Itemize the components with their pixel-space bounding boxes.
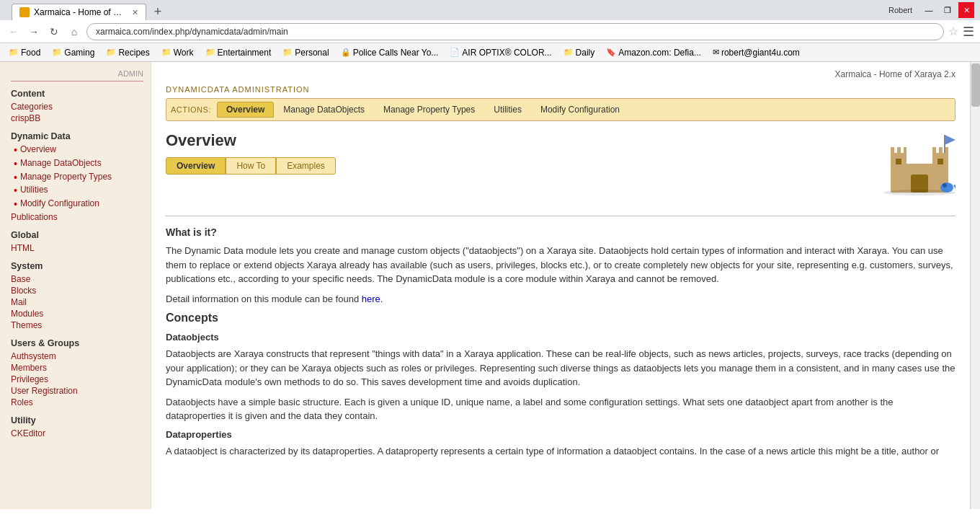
sidebar-bullet-manage-dataobjects[interactable]: • Manage DataObjects [11,157,143,171]
content-divider-1 [166,216,956,216]
sidebar-link-manage-property-types[interactable]: Manage Property Types [20,172,112,182]
minimize-button[interactable]: — [921,2,937,18]
svg-rect-7 [932,147,936,154]
browser-menu-button[interactable]: ☰ [963,24,974,40]
action-tab-manage-dataobjects[interactable]: Manage DataObjects [274,102,374,118]
page-title: Overview [166,131,336,150]
sidebar-link-modify-config[interactable]: Modify Configuration [20,198,99,208]
dataobjects-paragraph-1: Dataobjects are Xaraya constructs that r… [166,347,956,389]
svg-rect-13 [937,159,943,164]
sidebar-section-dynamicdata: Dynamic Data [11,131,143,141]
bookmark-star-button[interactable]: ☆ [948,25,958,38]
svg-marker-16 [953,183,956,189]
scrollbar-thumb[interactable] [971,63,980,107]
sidebar-link-privileges[interactable]: Privileges [11,374,143,385]
sidebar-link-members[interactable]: Members [11,362,143,374]
tab-title: Xarmaica - Home of Xara [34,7,128,17]
sidebar-link-modules[interactable]: Modules [11,308,143,319]
bookmark-recipes[interactable]: 📁Recipes [102,46,153,59]
tab-close-button[interactable]: ✕ [132,8,138,17]
dataobjects-paragraph-2: Dataobjects have a simple basic structur… [166,395,956,423]
scrollbar-track[interactable] [970,62,980,509]
sidebar-link-blocks[interactable]: Blocks [11,285,143,296]
action-tab-modify-config[interactable]: Modify Configuration [531,102,629,118]
dataproperties-heading: Dataproperties [166,429,956,440]
sidebar-link-html[interactable]: HTML [11,242,143,254]
sidebar-section-content: Content [11,89,143,99]
sub-tabs: Overview How To Examples [166,157,336,175]
sidebar-section-users-groups: Users & Groups [11,338,143,348]
browser-tab[interactable]: Xarmaica - Home of Xara ✕ [12,4,146,20]
sidebar-link-roles[interactable]: Roles [11,397,143,408]
sidebar-link-categories[interactable]: Categories [11,101,143,112]
svg-point-15 [940,182,953,193]
sub-tab-how-to[interactable]: How To [226,157,276,175]
sidebar-bullet-modify-config[interactable]: • Modify Configuration [11,198,143,211]
action-tab-manage-property-types[interactable]: Manage Property Types [374,102,484,118]
refresh-button[interactable]: ↻ [46,24,62,40]
page-header-right: Xarmaica - Home of Xaraya 2.x [166,69,956,79]
sidebar-link-ckeditor[interactable]: CKEditor [11,428,143,439]
actions-bar: ACTIONS: Overview Manage DataObjects Man… [166,98,956,121]
sidebar-link-manage-dataobjects[interactable]: Manage DataObjects [20,158,102,168]
sidebar-link-user-registration[interactable]: User Registration [11,385,143,397]
bookmark-food[interactable]: 📁Food [4,46,45,59]
sidebar-admin-label: ADMIN [11,69,143,81]
sidebar-link-authsystem[interactable]: Authsystem [11,350,143,362]
sidebar-bullet-manage-property-types[interactable]: • Manage Property Types [11,171,143,185]
sidebar-link-publications[interactable]: Publications [11,211,143,223]
bookmark-airoptix[interactable]: 📄AIR OPTIX® COLOR... [445,46,556,59]
what-is-it-paragraph: The Dynamic Data module lets you create … [166,244,956,286]
restore-button[interactable]: ❐ [940,2,956,18]
new-tab-button[interactable]: + [148,3,168,20]
what-is-it-heading: What is it? [166,226,956,238]
sidebar-link-overview[interactable]: Overview [20,144,56,154]
sidebar-link-mail[interactable]: Mail [11,296,143,308]
castle-illustration [883,131,956,198]
svg-rect-5 [897,147,901,154]
user-label: Robert [888,6,912,14]
sidebar-bullet-utilities[interactable]: • Utilities [11,184,143,198]
bookmark-daily[interactable]: 📁Daily [559,46,600,59]
svg-rect-12 [896,159,901,164]
forward-button[interactable]: → [26,24,42,40]
address-bar-input[interactable] [86,23,944,40]
action-tab-utilities[interactable]: Utilities [484,102,531,118]
concepts-heading: Concepts [166,312,956,325]
sidebar-link-themes[interactable]: Themes [11,319,143,331]
sidebar-link-utilities[interactable]: Utilities [20,185,48,195]
sidebar: ADMIN Content Categories crispBB Dynamic… [0,62,151,509]
dataobjects-heading: Dataobjects [166,332,956,343]
action-tab-overview[interactable]: Overview [217,102,274,118]
svg-rect-4 [891,147,894,154]
sidebar-link-base[interactable]: Base [11,273,143,285]
sidebar-bullet-overview[interactable]: • Overview [11,144,143,157]
detail-paragraph: Detail information on this module can be… [166,292,956,306]
section-label: DYNAMICDATA ADMINISTRATION [166,85,956,94]
bookmark-gaming[interactable]: 📁Gaming [48,46,99,59]
bookmark-robert[interactable]: ✉robert@giant4u.com [708,46,804,59]
bookmark-police[interactable]: 🔒Police Calls Near Yo... [337,46,443,59]
tab-favicon [19,7,30,17]
bookmark-amazon[interactable]: 🔖Amazon.com: Defia... [602,46,705,59]
bookmark-entertainment[interactable]: 📁Entertainment [201,46,276,59]
close-button[interactable]: ✕ [958,2,974,18]
svg-rect-6 [904,147,906,154]
back-button[interactable]: ← [6,24,22,40]
svg-marker-11 [945,135,956,145]
actions-label: ACTIONS: [171,105,211,114]
here-link[interactable]: here [362,294,380,304]
sidebar-section-system: System [11,261,143,271]
sidebar-link-crispbb[interactable]: crispBB [11,112,143,124]
bookmarks-bar: 📁Food 📁Gaming 📁Recipes 📁Work 📁Entertainm… [0,43,980,62]
svg-rect-8 [939,147,943,154]
sub-tab-overview[interactable]: Overview [166,157,226,175]
bookmark-personal[interactable]: 📁Personal [278,46,333,59]
sub-tab-examples[interactable]: Examples [276,157,336,175]
sidebar-section-global: Global [11,230,143,240]
home-button[interactable]: ⌂ [66,24,82,40]
dataproperties-paragraph: A dataobject is characterized by its dat… [166,444,956,459]
svg-point-17 [943,183,947,188]
svg-rect-9 [945,147,948,154]
bookmark-work[interactable]: 📁Work [157,46,198,59]
